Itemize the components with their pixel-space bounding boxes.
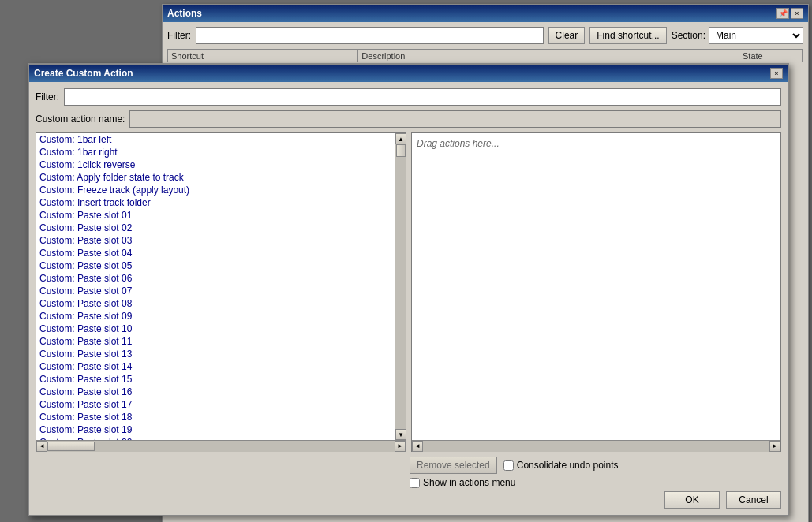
list-item[interactable]: Custom: Paste slot 07 (36, 285, 395, 297)
custom-action-close-btn[interactable]: × (770, 68, 783, 79)
ca-list-v-track (395, 144, 406, 429)
ca-list-h-track (47, 441, 395, 452)
consolidate-undo-row: Consolidate undo points (503, 460, 619, 471)
ca-main-area: Custom: 1bar leftCustom: 1bar rightCusto… (36, 132, 781, 452)
consolidate-undo-checkbox[interactable] (503, 460, 514, 471)
ca-right-h-track (423, 441, 769, 452)
list-item[interactable]: Custom: 1bar left (36, 133, 395, 146)
list-item[interactable]: Custom: Paste slot 08 (36, 297, 395, 310)
actions-content: Filter: Clear Find shortcut... Section: … (163, 22, 808, 67)
actions-titlebar: Actions 📌 × (163, 5, 808, 22)
actions-col-description: Description (358, 50, 739, 62)
ca-list-scroll-up[interactable]: ▲ (395, 133, 406, 144)
actions-table-header: Shortcut Description State (167, 49, 803, 62)
show-in-actions-row: Show in actions menu (410, 477, 515, 488)
actions-title: Actions (167, 8, 202, 19)
ca-action-list[interactable]: Custom: 1bar leftCustom: 1bar rightCusto… (36, 133, 406, 440)
ca-bottom-row3: OK Cancel (36, 491, 781, 509)
ca-list-scroll-right[interactable]: ► (395, 441, 406, 452)
ca-filter-row: Filter: (36, 88, 781, 106)
cancel-btn[interactable]: Cancel (726, 491, 781, 509)
ca-name-input[interactable] (129, 110, 781, 128)
list-item[interactable]: Custom: Paste slot 10 (36, 323, 395, 335)
actions-close-btn[interactable]: × (791, 8, 803, 19)
actions-section-label: Section: (672, 30, 705, 41)
ca-drag-area: Drag actions here... (412, 133, 780, 440)
show-in-actions-checkbox[interactable] (410, 478, 420, 488)
actions-col-shortcut: Shortcut (168, 50, 358, 62)
list-item[interactable]: Custom: Paste slot 15 (36, 373, 395, 386)
ca-list-scroll-down[interactable]: ▼ (395, 429, 406, 440)
list-item[interactable]: Custom: Paste slot 17 (36, 398, 395, 411)
ok-btn[interactable]: OK (664, 491, 720, 509)
ca-name-label: Custom action name: (36, 114, 125, 125)
show-in-actions-label: Show in actions menu (423, 477, 515, 488)
list-item[interactable]: Custom: Paste slot 11 (36, 335, 395, 348)
ca-list-scroll-left[interactable]: ◄ (36, 441, 47, 452)
list-item[interactable]: Custom: Paste slot 06 (36, 272, 395, 285)
actions-section-select[interactable]: Main MIDI Other (709, 27, 803, 44)
custom-action-title: Create Custom Action (34, 68, 133, 79)
list-item[interactable]: Custom: Freeze track (apply layout) (36, 184, 395, 196)
ca-right-scroll-left[interactable]: ◄ (412, 441, 423, 452)
ca-bottom-row2: Show in actions menu (36, 477, 781, 488)
ca-list-h-scrollbar[interactable]: ◄ ► (36, 440, 406, 451)
ca-right-scroll-right[interactable]: ► (769, 441, 780, 452)
ca-bottom-row1: Remove selected Consolidate undo points (36, 457, 781, 474)
list-item[interactable]: Custom: Paste slot 05 (36, 259, 395, 272)
list-item[interactable]: Custom: Paste slot 13 (36, 348, 395, 360)
actions-filter-input[interactable] (196, 27, 544, 44)
list-item[interactable]: Custom: Paste slot 03 (36, 234, 395, 247)
list-item[interactable]: Custom: Paste slot 09 (36, 310, 395, 323)
actions-titlebar-controls: 📌 × (776, 8, 803, 19)
ca-list-v-scrollbar[interactable]: ▲ ▼ (395, 133, 406, 440)
ca-drag-hint: Drag actions here... (417, 138, 500, 149)
list-item[interactable]: Custom: Paste slot 14 (36, 360, 395, 373)
list-item[interactable]: Custom: Paste slot 19 (36, 423, 395, 436)
remove-selected-btn[interactable]: Remove selected (410, 457, 497, 474)
list-item[interactable]: Custom: Apply folder state to track (36, 171, 395, 184)
ca-right-panel: Drag actions here... ◄ ► (411, 132, 781, 452)
list-item[interactable]: Custom: 1bar right (36, 146, 395, 158)
list-item[interactable]: Custom: Insert track folder (36, 196, 395, 209)
list-item[interactable]: Custom: Paste slot 02 (36, 222, 395, 234)
ca-filter-label: Filter: (36, 91, 59, 103)
ca-list-v-thumb[interactable] (396, 144, 406, 157)
list-item[interactable]: Custom: Paste slot 04 (36, 247, 395, 259)
actions-filter-label: Filter: (167, 30, 191, 41)
actions-section-row: Section: Main MIDI Other (672, 27, 803, 44)
custom-action-content: Filter: Custom action name: Custom: 1bar… (29, 82, 788, 515)
ca-bottom: Remove selected Consolidate undo points … (36, 457, 781, 509)
custom-action-window: Create Custom Action × Filter: Custom ac… (28, 63, 789, 516)
ca-name-row: Custom action name: (36, 110, 781, 128)
actions-col-state: State (739, 50, 803, 62)
ca-list-h-thumb[interactable] (47, 442, 95, 451)
consolidate-undo-label: Consolidate undo points (517, 460, 619, 471)
ca-left-panel: Custom: 1bar leftCustom: 1bar rightCusto… (36, 132, 406, 452)
list-item[interactable]: Custom: Paste slot 01 (36, 209, 395, 222)
actions-find-shortcut-btn[interactable]: Find shortcut... (589, 27, 666, 44)
actions-filter-row: Filter: Clear Find shortcut... Section: … (167, 27, 803, 44)
custom-action-titlebar: Create Custom Action × (29, 65, 788, 82)
actions-pin-btn[interactable]: 📌 (776, 8, 789, 19)
actions-clear-btn[interactable]: Clear (548, 27, 586, 44)
list-item[interactable]: Custom: Paste slot 16 (36, 386, 395, 398)
ca-right-h-scrollbar[interactable]: ◄ ► (412, 440, 780, 451)
ca-filter-input[interactable] (64, 88, 781, 106)
list-item[interactable]: Custom: 1click reverse (36, 158, 395, 171)
list-item[interactable]: Custom: Paste slot 18 (36, 411, 395, 423)
